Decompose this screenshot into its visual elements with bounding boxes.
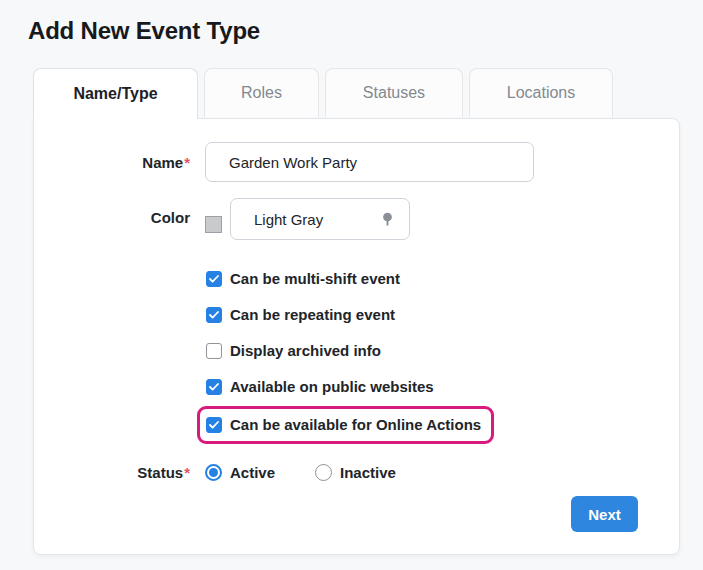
page-title: Add New Event Type bbox=[28, 16, 703, 46]
event-type-form-panel: Name* Color Light Gray Can be multi-shif… bbox=[33, 118, 680, 555]
multi-shift-checkbox[interactable] bbox=[206, 271, 222, 287]
checkbox-row-online-actions: Can be available for Online Actions bbox=[206, 416, 481, 434]
tree-icon bbox=[380, 211, 395, 228]
name-row: Name* bbox=[34, 142, 679, 182]
highlight-annotation: Can be available for Online Actions bbox=[197, 406, 494, 444]
tab-roles[interactable]: Roles bbox=[204, 68, 319, 117]
radio-dot bbox=[209, 468, 218, 477]
name-input[interactable] bbox=[205, 142, 534, 182]
check-icon bbox=[209, 383, 219, 391]
color-swatch bbox=[205, 216, 222, 233]
color-label-text: Color bbox=[151, 209, 190, 226]
status-label-text: Status bbox=[137, 464, 183, 481]
name-label-text: Name bbox=[142, 154, 183, 171]
check-icon bbox=[209, 275, 219, 283]
tab-bar: Name/Type Roles Statuses Locations bbox=[33, 68, 703, 118]
name-label: Name* bbox=[34, 154, 205, 171]
checkbox-row-repeating: Can be repeating event bbox=[206, 306, 679, 324]
status-row: Status* Active Inactive bbox=[34, 464, 679, 481]
radio-dot bbox=[319, 468, 328, 477]
online-actions-label[interactable]: Can be available for Online Actions bbox=[230, 416, 481, 434]
status-active-radio[interactable] bbox=[205, 464, 222, 481]
button-row: Next bbox=[34, 496, 679, 532]
color-select[interactable]: Light Gray bbox=[230, 198, 410, 240]
archived-label[interactable]: Display archived info bbox=[230, 342, 381, 360]
checkbox-row-multi-shift: Can be multi-shift event bbox=[206, 270, 679, 288]
checkbox-row-public-websites: Available on public websites bbox=[206, 378, 679, 396]
status-active-label[interactable]: Active bbox=[230, 464, 275, 481]
repeating-label[interactable]: Can be repeating event bbox=[230, 306, 395, 324]
public-websites-checkbox[interactable] bbox=[206, 379, 222, 395]
color-label: Color bbox=[34, 209, 205, 226]
status-inactive-label[interactable]: Inactive bbox=[340, 464, 396, 481]
repeating-checkbox[interactable] bbox=[206, 307, 222, 323]
online-actions-checkbox[interactable] bbox=[206, 417, 222, 433]
tab-name-type[interactable]: Name/Type bbox=[33, 68, 198, 119]
checkbox-row-archived: Display archived info bbox=[206, 342, 679, 360]
check-icon bbox=[209, 421, 219, 429]
tab-statuses[interactable]: Statuses bbox=[325, 68, 463, 117]
color-row: Color Light Gray bbox=[34, 198, 679, 240]
status-label: Status* bbox=[34, 464, 205, 481]
checkbox-group: Can be multi-shift event Can be repeatin… bbox=[206, 270, 679, 444]
multi-shift-label[interactable]: Can be multi-shift event bbox=[230, 270, 400, 288]
tab-locations[interactable]: Locations bbox=[469, 68, 613, 117]
name-required-asterisk: * bbox=[184, 154, 190, 171]
archived-checkbox[interactable] bbox=[206, 343, 222, 359]
status-radio-group: Active Inactive bbox=[205, 464, 396, 481]
status-required-asterisk: * bbox=[184, 464, 190, 481]
check-icon bbox=[209, 311, 219, 319]
next-button[interactable]: Next bbox=[571, 496, 638, 532]
color-value: Light Gray bbox=[254, 211, 380, 228]
status-inactive-radio[interactable] bbox=[315, 464, 332, 481]
public-websites-label[interactable]: Available on public websites bbox=[230, 378, 434, 396]
